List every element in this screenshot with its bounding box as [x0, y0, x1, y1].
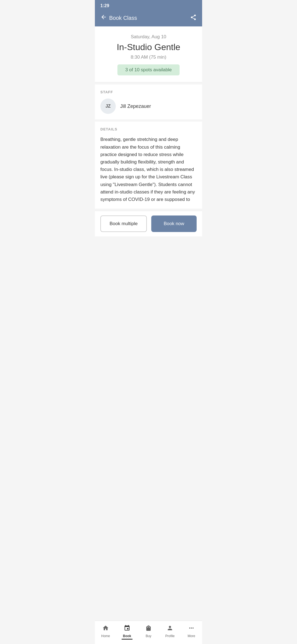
book-multiple-button[interactable]: Book multiple	[100, 215, 147, 232]
class-time: 8:30 AM (75 min)	[100, 54, 197, 60]
header-left: Book Class	[100, 14, 137, 22]
class-info-section: Saturday, Aug 10 In-Studio Gentle 8:30 A…	[95, 26, 202, 82]
page-title: Book Class	[109, 15, 137, 21]
class-date: Saturday, Aug 10	[100, 34, 197, 40]
staff-section: STAFF JZ Jill Zepezauer	[95, 84, 202, 119]
status-time: 1:29	[100, 3, 109, 8]
book-now-button[interactable]: Book now	[151, 215, 197, 232]
staff-section-title: STAFF	[100, 90, 197, 94]
share-button[interactable]	[190, 14, 197, 22]
staff-name: Jill Zepezauer	[120, 103, 151, 109]
class-name: In-Studio Gentle	[100, 42, 197, 52]
details-section: DETAILS Breathing, gentle stretching and…	[95, 122, 202, 209]
action-buttons: Book multiple Book now	[95, 211, 202, 236]
back-button[interactable]	[100, 14, 107, 22]
details-text: Breathing, gentle stretching and deep re…	[100, 136, 197, 203]
status-bar: 1:29	[95, 0, 202, 10]
details-section-title: DETAILS	[100, 127, 197, 131]
header: Book Class	[95, 10, 202, 26]
staff-row: JZ Jill Zepezauer	[100, 99, 197, 114]
staff-avatar: JZ	[100, 99, 116, 114]
spots-badge: 3 of 10 spots available	[117, 64, 179, 75]
